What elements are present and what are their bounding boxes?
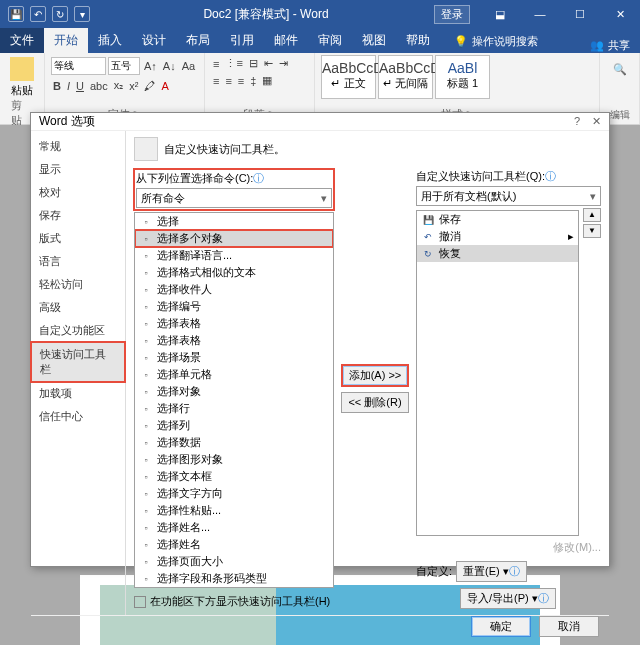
choose-commands-combo[interactable]: 所有命令 (136, 188, 332, 208)
command-item[interactable]: ▫选择翻译语言... (135, 247, 333, 264)
command-item[interactable]: ▫选择图形对象 (135, 451, 333, 468)
tab-help[interactable]: 帮助 (396, 28, 440, 53)
highlight-icon[interactable]: 🖍 (142, 80, 157, 92)
style-normal[interactable]: AaBbCcD↵ 正文 (321, 55, 376, 99)
import-export-button[interactable]: 导入/导出(P) ▾ⓘ (460, 588, 556, 609)
sidebar-item-language[interactable]: 语言 (31, 250, 125, 273)
font-size-select[interactable]: 五号 (108, 57, 140, 75)
superscript-icon[interactable]: x² (127, 80, 140, 92)
command-item[interactable]: ▫选择姓名 (135, 536, 333, 553)
command-item[interactable]: ▫选择页面大小 (135, 553, 333, 570)
qat-current-listbox[interactable]: 💾保存↶撤消▸↻恢复 (416, 210, 579, 536)
ribbon-options-icon[interactable]: ⬓ (480, 0, 520, 28)
minimize-icon[interactable]: — (520, 0, 560, 28)
qat-item[interactable]: ↶撤消▸ (417, 228, 578, 245)
numbering-icon[interactable]: ⋮≡ (223, 57, 244, 70)
tell-me-search[interactable]: 💡 操作说明搜索 (444, 30, 548, 53)
bold-icon[interactable]: B (51, 80, 63, 92)
shrink-font-icon[interactable]: A↓ (161, 60, 178, 72)
command-item[interactable]: ▫选择性粘贴... (135, 502, 333, 519)
tab-mailings[interactable]: 邮件 (264, 28, 308, 53)
command-item[interactable]: ▫选择 (135, 213, 333, 230)
tab-design[interactable]: 设计 (132, 28, 176, 53)
command-item[interactable]: ▫选择对象 (135, 383, 333, 400)
subscript-icon[interactable]: x₂ (112, 79, 126, 92)
indent-dec-icon[interactable]: ⇤ (262, 57, 275, 70)
command-item[interactable]: ▫选择字段和条形码类型 (135, 570, 333, 587)
style-heading1[interactable]: AaBl标题 1 (435, 55, 490, 99)
command-item[interactable]: ▫选择多个对象 (135, 230, 333, 247)
login-button[interactable]: 登录 (434, 5, 470, 24)
grow-font-icon[interactable]: A↑ (142, 60, 159, 72)
underline-icon[interactable]: U (74, 80, 86, 92)
undo-icon[interactable]: ↶ (30, 6, 46, 22)
qat-item[interactable]: ↻恢复 (417, 245, 578, 262)
command-item[interactable]: ▫选择收件人 (135, 281, 333, 298)
tab-references[interactable]: 引用 (220, 28, 264, 53)
sidebar-item-addins[interactable]: 加载项 (31, 382, 125, 405)
command-item[interactable]: ▫选择编号 (135, 298, 333, 315)
command-item[interactable]: ▫选择行 (135, 400, 333, 417)
tab-home[interactable]: 开始 (44, 28, 88, 53)
command-item[interactable]: ▫选择表格 (135, 332, 333, 349)
remove-button[interactable]: << 删除(R) (341, 392, 408, 413)
tab-view[interactable]: 视图 (352, 28, 396, 53)
align-center-icon[interactable]: ≡ (223, 75, 233, 87)
multilevel-icon[interactable]: ⊟ (247, 57, 260, 70)
cancel-button[interactable]: 取消 (539, 616, 599, 637)
align-left-icon[interactable]: ≡ (211, 75, 221, 87)
sidebar-item-trust[interactable]: 信任中心 (31, 405, 125, 428)
command-item[interactable]: ▫选择姓名... (135, 519, 333, 536)
sidebar-item-typography[interactable]: 版式 (31, 227, 125, 250)
command-item[interactable]: ▫选择表格 (135, 315, 333, 332)
sidebar-item-customize-ribbon[interactable]: 自定义功能区 (31, 319, 125, 342)
tab-layout[interactable]: 布局 (176, 28, 220, 53)
sidebar-item-advanced[interactable]: 高级 (31, 296, 125, 319)
save-icon[interactable]: 💾 (8, 6, 24, 22)
tab-review[interactable]: 审阅 (308, 28, 352, 53)
command-item[interactable]: ▫选择文字方向 (135, 485, 333, 502)
move-down-button[interactable]: ▼ (583, 224, 601, 238)
help-icon[interactable]: ? (574, 115, 580, 128)
ok-button[interactable]: 确定 (471, 616, 531, 637)
move-up-button[interactable]: ▲ (583, 208, 601, 222)
change-case-icon[interactable]: Aa (180, 60, 197, 72)
close-icon[interactable]: ✕ (600, 0, 640, 28)
line-spacing-icon[interactable]: ‡ (248, 75, 258, 87)
command-item[interactable]: ▫选择格式相似的文本 (135, 264, 333, 281)
command-item[interactable]: ▫选择列 (135, 417, 333, 434)
indent-inc-icon[interactable]: ⇥ (277, 57, 290, 70)
sidebar-item-proofing[interactable]: 校对 (31, 181, 125, 204)
strike-icon[interactable]: abc (88, 80, 110, 92)
command-item[interactable]: ▫选择场景 (135, 349, 333, 366)
align-right-icon[interactable]: ≡ (236, 75, 246, 87)
redo-icon[interactable]: ↻ (52, 6, 68, 22)
command-item[interactable]: ▫选择单元格 (135, 366, 333, 383)
sidebar-item-ease[interactable]: 轻松访问 (31, 273, 125, 296)
share-button[interactable]: 👥 共享 (590, 38, 640, 53)
add-button[interactable]: 添加(A) >> (342, 365, 409, 386)
command-item[interactable]: ▫选择文本框 (135, 468, 333, 485)
find-icon[interactable]: 🔍 (606, 63, 633, 76)
customize-qat-combo[interactable]: 用于所有文档(默认) (416, 186, 601, 206)
paste-button[interactable]: 粘贴 (6, 55, 38, 98)
sidebar-item-general[interactable]: 常规 (31, 135, 125, 158)
sidebar-item-save[interactable]: 保存 (31, 204, 125, 227)
show-below-ribbon-checkbox[interactable]: 在功能区下方显示快速访问工具栏(H) (134, 594, 334, 609)
tab-insert[interactable]: 插入 (88, 28, 132, 53)
tab-file[interactable]: 文件 (0, 28, 44, 53)
bullets-icon[interactable]: ≡ (211, 58, 221, 70)
styles-gallery[interactable]: AaBbCcD↵ 正文 AaBbCcD↵ 无间隔 AaBl标题 1 (321, 55, 593, 99)
dialog-close-icon[interactable]: ✕ (592, 115, 601, 128)
command-item[interactable]: ▫选择数据 (135, 434, 333, 451)
sidebar-item-qat[interactable]: 快速访问工具栏 (31, 342, 125, 382)
style-nospacing[interactable]: AaBbCcD↵ 无间隔 (378, 55, 433, 99)
maximize-icon[interactable]: ☐ (560, 0, 600, 28)
commands-listbox[interactable]: ▫选择▫选择多个对象▫选择翻译语言...▫选择格式相似的文本▫选择收件人▫选择编… (134, 212, 334, 588)
reset-button[interactable]: 重置(E) ▾ⓘ (456, 561, 527, 582)
sidebar-item-display[interactable]: 显示 (31, 158, 125, 181)
qat-item[interactable]: 💾保存 (417, 211, 578, 228)
qat-dropdown-icon[interactable]: ▾ (74, 6, 90, 22)
shading-icon[interactable]: ▦ (260, 74, 274, 87)
font-family-select[interactable]: 等线 (51, 57, 106, 75)
